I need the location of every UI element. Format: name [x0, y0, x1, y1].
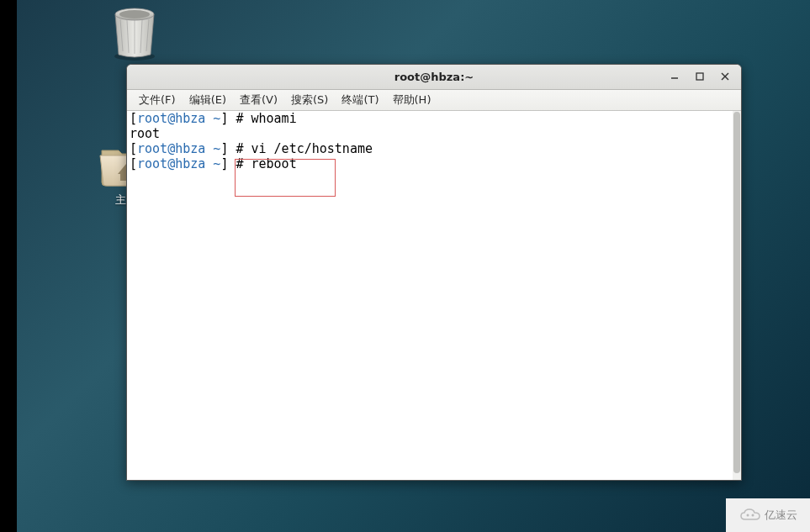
- window-controls: [662, 67, 738, 86]
- watermark-text: 亿速云: [765, 508, 797, 523]
- scrollbar-thumb[interactable]: [733, 112, 740, 473]
- terminal-line-4: [root@hbza ~] # reboot: [130, 156, 739, 171]
- menu-terminal[interactable]: 终端(T): [335, 90, 385, 110]
- svg-point-12: [746, 514, 749, 517]
- menubar: 文件(F) 编辑(E) 查看(V) 搜索(S) 终端(T) 帮助(H): [127, 90, 741, 111]
- close-button[interactable]: [712, 67, 738, 86]
- svg-rect-9: [696, 73, 703, 80]
- maximize-button[interactable]: [687, 67, 712, 86]
- terminal-line-2: root: [130, 126, 739, 141]
- svg-point-2: [119, 10, 150, 18]
- minimize-button[interactable]: [662, 67, 687, 86]
- desktop: 回 主文 root@hbza:~: [0, 0, 810, 532]
- watermark: 亿速云: [726, 498, 810, 532]
- titlebar[interactable]: root@hbza:~: [127, 65, 741, 90]
- terminal-window: root@hbza:~ 文件(F) 编辑(E) 查看(V) 搜索(S) 终端(T…: [126, 64, 742, 481]
- terminal-line-3: [root@hbza ~] # vi /etc/hostname: [130, 141, 739, 156]
- cloud-icon: [739, 508, 761, 523]
- scrollbar[interactable]: [733, 111, 741, 480]
- window-title: root@hbza:~: [127, 71, 741, 83]
- menu-file[interactable]: 文件(F): [132, 90, 183, 110]
- svg-point-13: [751, 514, 754, 517]
- menu-help[interactable]: 帮助(H): [386, 90, 438, 110]
- terminal-line-1: [root@hbza ~] # whoami: [130, 111, 739, 126]
- menu-view[interactable]: 查看(V): [233, 90, 284, 110]
- menu-edit[interactable]: 编辑(E): [183, 90, 233, 110]
- terminal-body[interactable]: [root@hbza ~] # whoami root [root@hbza ~…: [127, 111, 741, 480]
- menu-search[interactable]: 搜索(S): [284, 90, 335, 110]
- trash-icon: [109, 4, 161, 61]
